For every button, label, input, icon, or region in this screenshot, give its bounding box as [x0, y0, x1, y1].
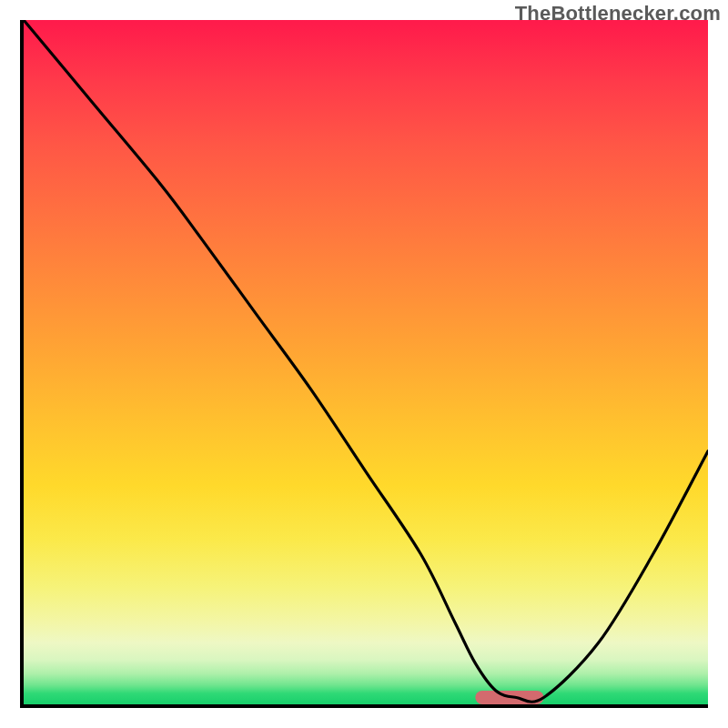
chart-root: TheBottlenecker.com [0, 0, 728, 728]
plot-area [20, 20, 708, 708]
plot-svg [24, 20, 708, 704]
bottleneck-curve [24, 20, 708, 702]
